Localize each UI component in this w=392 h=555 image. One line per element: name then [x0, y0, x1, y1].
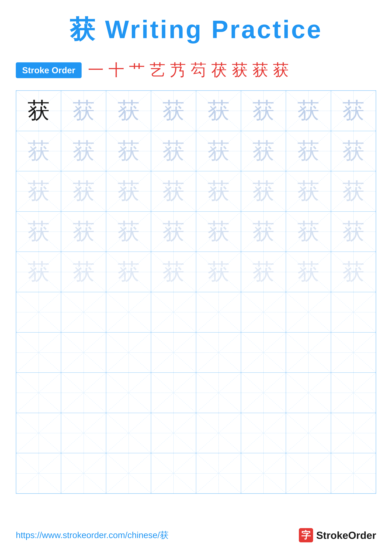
grid-cell-empty[interactable]: [331, 292, 376, 332]
grid-cell-empty[interactable]: [286, 413, 331, 453]
grid-cell-empty[interactable]: [196, 292, 241, 332]
grid-cell[interactable]: 获: [286, 212, 331, 252]
grid-cell-empty[interactable]: [16, 372, 61, 413]
grid-cell-empty[interactable]: [331, 453, 376, 493]
char-faint: 获: [117, 257, 140, 287]
svg-line-135: [151, 413, 196, 453]
grid-cell-empty[interactable]: [61, 372, 106, 413]
grid-cell[interactable]: 获: [61, 91, 106, 131]
grid-cell-empty[interactable]: [196, 332, 241, 373]
grid-cell[interactable]: 获: [331, 131, 376, 171]
grid-cell-empty[interactable]: [241, 332, 286, 373]
char-faint: 获: [28, 136, 50, 166]
svg-line-117: [106, 373, 151, 413]
grid-cell[interactable]: 获: [106, 171, 151, 212]
char-faint: 获: [28, 257, 50, 287]
grid-cell[interactable]: 获: [151, 212, 196, 252]
grid-cell[interactable]: 获: [241, 131, 286, 171]
grid-cell[interactable]: 获: [286, 131, 331, 171]
grid-cell-empty[interactable]: [331, 413, 376, 453]
grid-cell-empty[interactable]: [151, 413, 196, 453]
grid-cell-empty[interactable]: [16, 413, 61, 453]
svg-line-149: [106, 453, 151, 493]
grid-cell[interactable]: 获: [331, 91, 376, 131]
grid-cell[interactable]: 获: [151, 131, 196, 171]
svg-line-97: [16, 333, 61, 372]
grid-cell[interactable]: 获: [196, 171, 241, 212]
grid-cell[interactable]: 获: [16, 212, 61, 252]
char-faint: 获: [28, 217, 50, 247]
char-faint: 获: [342, 136, 364, 166]
grid-cell[interactable]: 获: [196, 252, 241, 292]
char-faint: 获: [73, 96, 95, 126]
grid-cell[interactable]: 获: [151, 171, 196, 212]
grid-cell-empty[interactable]: [16, 292, 61, 332]
grid-cell-empty[interactable]: [106, 372, 151, 413]
grid-cell-empty[interactable]: [196, 413, 241, 453]
grid-cell-empty[interactable]: [61, 453, 106, 493]
grid-cell[interactable]: 获: [241, 252, 286, 292]
svg-line-131: [61, 413, 106, 453]
grid-cell[interactable]: 获: [331, 212, 376, 252]
grid-cell-empty[interactable]: [241, 453, 286, 493]
grid-cell-empty[interactable]: [61, 292, 106, 332]
grid-cell-empty[interactable]: [286, 453, 331, 493]
grid-cell[interactable]: 获: [106, 131, 151, 171]
grid-cell-empty[interactable]: [16, 453, 61, 493]
grid-cell[interactable]: 获: [16, 252, 61, 292]
grid-cell-empty[interactable]: [196, 453, 241, 493]
grid-cell-empty[interactable]: [106, 292, 151, 332]
grid-cell[interactable]: 获: [151, 252, 196, 292]
grid-cell[interactable]: 获: [61, 131, 106, 171]
grid-cell[interactable]: 获: [196, 212, 241, 252]
grid-cell[interactable]: 获: [16, 171, 61, 212]
grid-cell-empty[interactable]: [106, 413, 151, 453]
grid-cell[interactable]: 获: [16, 131, 61, 171]
grid-cell[interactable]: 获: [241, 212, 286, 252]
grid-cell-empty[interactable]: [151, 292, 196, 332]
grid-cell[interactable]: 获: [286, 91, 331, 131]
grid-cell[interactable]: 获: [241, 171, 286, 212]
grid-cell-empty[interactable]: [241, 413, 286, 453]
grid-cell-empty[interactable]: [16, 332, 61, 373]
grid-cell[interactable]: 获: [106, 212, 151, 252]
grid-cell-empty[interactable]: [241, 372, 286, 413]
grid-cell-empty[interactable]: [331, 332, 376, 373]
grid-cell[interactable]: 获: [151, 91, 196, 131]
grid-cell-empty[interactable]: [241, 292, 286, 332]
grid-cell[interactable]: 获: [286, 171, 331, 212]
grid-cell[interactable]: 获: [331, 252, 376, 292]
grid-cell-empty[interactable]: [106, 332, 151, 373]
grid-cell-empty[interactable]: [61, 332, 106, 373]
char-faint: 获: [342, 176, 364, 206]
svg-line-139: [241, 413, 286, 453]
footer-url[interactable]: https://www.strokeorder.com/chinese/获: [16, 529, 169, 541]
grid-cell[interactable]: 获: [286, 252, 331, 292]
grid-cell[interactable]: 获: [61, 252, 106, 292]
grid-cell-empty[interactable]: [196, 372, 241, 413]
svg-line-85: [106, 292, 151, 332]
grid-cell[interactable]: 获: [106, 252, 151, 292]
grid-cell-empty[interactable]: [286, 292, 331, 332]
grid-cell-empty[interactable]: [286, 372, 331, 413]
grid-cell[interactable]: 获: [241, 91, 286, 131]
grid-cell-empty[interactable]: [331, 372, 376, 413]
grid-cell[interactable]: 获: [61, 212, 106, 252]
grid-cell[interactable]: 获: [196, 131, 241, 171]
grid-cell[interactable]: 获: [331, 171, 376, 212]
grid-cell-empty[interactable]: [151, 453, 196, 493]
grid-cell-empty[interactable]: [61, 413, 106, 453]
grid-cell[interactable]: 获: [106, 91, 151, 131]
svg-line-94: [331, 292, 376, 332]
grid-cell-empty[interactable]: [106, 453, 151, 493]
grid-cell-empty[interactable]: [151, 332, 196, 373]
svg-line-96: [16, 333, 61, 372]
grid-cell[interactable]: 获: [16, 91, 61, 131]
grid-cell[interactable]: 获: [61, 171, 106, 212]
grid-cell-empty[interactable]: [286, 332, 331, 373]
grid-cell[interactable]: 获: [196, 91, 241, 131]
svg-line-95: [331, 292, 376, 332]
svg-line-81: [16, 292, 61, 332]
grid-cell-empty[interactable]: [151, 372, 196, 413]
char-faint: 获: [207, 176, 230, 206]
